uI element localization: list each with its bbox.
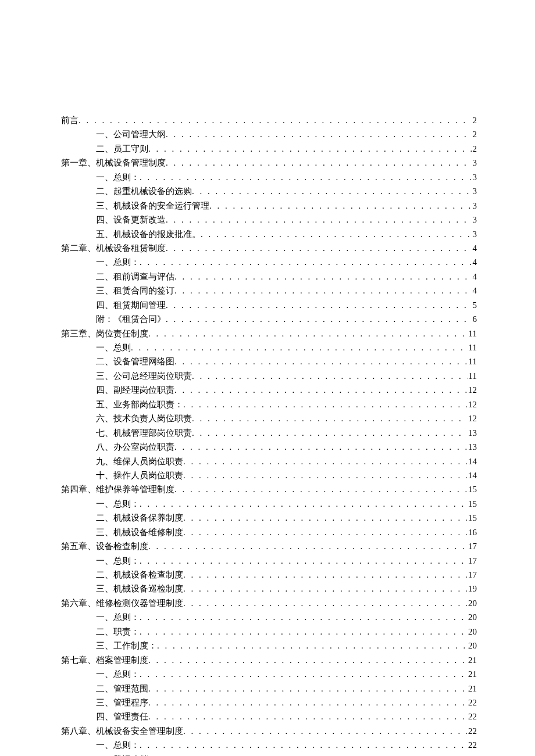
toc-entry-page: 3 bbox=[472, 170, 477, 184]
toc-leader-dots: . . . . . . . . . . . . . . . . . . . . … bbox=[140, 554, 467, 568]
toc-entry-label: 一、总则： bbox=[96, 255, 140, 269]
toc-entry-label: 第六章、维修检测仪器管理制度 bbox=[61, 596, 183, 610]
toc-entry-page: 11 bbox=[468, 341, 477, 354]
toc-leader-dots: . . . . . . . . . . . . . . . . . . . . … bbox=[140, 667, 467, 681]
table-of-contents: 前言 . . . . . . . . . . . . . . . . . . .… bbox=[61, 113, 477, 756]
toc-entry: 一、总则： . . . . . . . . . . . . . . . . . … bbox=[61, 255, 477, 269]
toc-entry: 四、副经理岗位职责 . . . . . . . . . . . . . . . … bbox=[61, 383, 477, 397]
toc-entry: 三、机械设备的安全运行管理 . . . . . . . . . . . . . … bbox=[61, 199, 477, 213]
toc-entry-page: 4 bbox=[472, 241, 477, 255]
toc-entry-label: 一、总则： bbox=[96, 667, 140, 681]
toc-entry-label: 四、设备更新改造 bbox=[96, 213, 166, 227]
toc-entry-page: 20 bbox=[467, 610, 477, 624]
toc-entry-label: 三、租赁合同的签订 bbox=[96, 284, 174, 298]
toc-entry-label: 二、管理范围 bbox=[96, 682, 148, 696]
toc-entry: 三、机械设备维修制度 . . . . . . . . . . . . . . .… bbox=[61, 525, 477, 539]
toc-entry-label: 一、总则： bbox=[96, 738, 140, 752]
toc-entry-page: 22 bbox=[467, 724, 477, 738]
toc-entry-page: 20 bbox=[467, 625, 477, 639]
toc-entry-page: 13 bbox=[467, 440, 477, 454]
toc-leader-dots: . . . . . . . . . . . . . . . . . . . . … bbox=[183, 596, 467, 610]
toc-entry: 二、起重机械设备的选购 . . . . . . . . . . . . . . … bbox=[61, 184, 477, 198]
toc-entry: 第五章、设备检查制度 . . . . . . . . . . . . . . .… bbox=[61, 539, 477, 553]
toc-entry-page: 3 bbox=[472, 227, 477, 241]
toc-entry: 二、设备管理网络图 . . . . . . . . . . . . . . . … bbox=[61, 354, 477, 368]
toc-entry: 二、职责： . . . . . . . . . . . . . . . . . … bbox=[61, 625, 477, 639]
toc-leader-dots: . . . . . . . . . . . . . . . . . . . . … bbox=[174, 270, 472, 284]
toc-entry: 一、总则 . . . . . . . . . . . . . . . . . .… bbox=[61, 341, 477, 354]
toc-entry: 三、机械设备巡检制度 . . . . . . . . . . . . . . .… bbox=[61, 582, 477, 596]
toc-entry-label: 第七章、档案管理制度 bbox=[61, 653, 148, 667]
toc-entry: 三、工作制度： . . . . . . . . . . . . . . . . … bbox=[61, 639, 477, 653]
toc-entry-label: 四、副经理岗位职责 bbox=[96, 383, 174, 397]
toc-entry-page: 19 bbox=[467, 582, 477, 596]
toc-entry-label: 三、机械设备巡检制度 bbox=[96, 582, 183, 596]
toc-leader-dots: . . . . . . . . . . . . . . . . . . . . … bbox=[183, 511, 467, 525]
toc-entry-label: 一、总则 bbox=[96, 341, 131, 354]
toc-entry-label: 一、总则： bbox=[96, 554, 140, 568]
toc-entry-page: 2 bbox=[472, 142, 477, 156]
toc-entry-label: 第三章、岗位责任制度 bbox=[61, 327, 148, 341]
toc-entry-label: 六、技术负责人岗位职责 bbox=[96, 411, 192, 425]
toc-entry-page: 20 bbox=[467, 639, 477, 653]
toc-entry-label: 第二章、机械设备租赁制度 bbox=[61, 241, 166, 255]
toc-entry: 前言 . . . . . . . . . . . . . . . . . . .… bbox=[61, 113, 477, 127]
toc-entry: 七、机械管理部岗位职责 . . . . . . . . . . . . . . … bbox=[61, 426, 477, 440]
toc-leader-dots: . . . . . . . . . . . . . . . . . . . . … bbox=[140, 610, 467, 624]
toc-entry: 十、操作人员岗位职责 . . . . . . . . . . . . . . .… bbox=[61, 468, 477, 482]
toc-leader-dots: . . . . . . . . . . . . . . . . . . . . … bbox=[79, 113, 472, 127]
toc-leader-dots: . . . . . . . . . . . . . . . . . . . . … bbox=[166, 213, 472, 227]
toc-entry: 二、管理范围 . . . . . . . . . . . . . . . . .… bbox=[61, 682, 477, 696]
toc-entry-page: 22 bbox=[467, 710, 477, 723]
toc-entry-page: 12 bbox=[467, 411, 477, 425]
toc-entry: 二、机械设备保养制度 . . . . . . . . . . . . . . .… bbox=[61, 511, 477, 525]
toc-leader-dots: . . . . . . . . . . . . . . . . . . . . … bbox=[166, 127, 472, 141]
toc-entry: 二、登记建档 . . . . . . . . . . . . . . . . .… bbox=[61, 753, 477, 756]
toc-leader-dots: . . . . . . . . . . . . . . . . . . . . … bbox=[148, 682, 467, 696]
toc-entry-label: 五、机械设备的报废批准。 bbox=[96, 227, 201, 241]
toc-entry-page: 22 bbox=[467, 696, 477, 710]
toc-leader-dots: . . . . . . . . . . . . . . . . . . . . … bbox=[183, 525, 467, 539]
toc-leader-dots: . . . . . . . . . . . . . . . . . . . . … bbox=[148, 539, 467, 553]
toc-leader-dots: . . . . . . . . . . . . . . . . . . . . … bbox=[131, 341, 468, 354]
toc-entry-page: 21 bbox=[467, 667, 477, 681]
toc-entry-page: 12 bbox=[467, 397, 477, 411]
toc-entry-label: 第一章、机械设备管理制度 bbox=[61, 156, 166, 170]
toc-entry-page: 4 bbox=[472, 255, 477, 269]
toc-leader-dots: . . . . . . . . . . . . . . . . . . . . … bbox=[148, 696, 467, 710]
toc-leader-dots: . . . . . . . . . . . . . . . . . . . . … bbox=[166, 156, 472, 170]
toc-leader-dots: . . . . . . . . . . . . . . . . . . . . … bbox=[192, 426, 467, 440]
toc-entry-label: 九、维保人员岗位职责 bbox=[96, 454, 183, 468]
toc-leader-dots: . . . . . . . . . . . . . . . . . . . . … bbox=[174, 354, 468, 368]
toc-leader-dots: . . . . . . . . . . . . . . . . . . . . … bbox=[174, 482, 467, 496]
toc-entry-page: 3 bbox=[472, 184, 477, 198]
toc-leader-dots: . . . . . . . . . . . . . . . . . . . . … bbox=[148, 753, 467, 756]
toc-entry-label: 二、租前调查与评估 bbox=[96, 270, 174, 284]
toc-entry: 第四章、维护保养等管理制度 . . . . . . . . . . . . . … bbox=[61, 482, 477, 496]
toc-entry-label: 四、管理责任 bbox=[96, 710, 148, 723]
toc-entry-page: 17 bbox=[467, 554, 477, 568]
toc-entry: 三、公司总经理岗位职责 . . . . . . . . . . . . . . … bbox=[61, 369, 477, 383]
toc-leader-dots: . . . . . . . . . . . . . . . . . . . . … bbox=[148, 710, 467, 723]
toc-entry-label: 二、员工守则 bbox=[96, 142, 148, 156]
toc-leader-dots: . . . . . . . . . . . . . . . . . . . . … bbox=[140, 625, 467, 639]
toc-entry-label: 一、总则： bbox=[96, 170, 140, 184]
toc-entry-page: 3 bbox=[472, 213, 477, 227]
toc-entry-label: 第四章、维护保养等管理制度 bbox=[61, 482, 174, 496]
toc-entry-page: 14 bbox=[467, 468, 477, 482]
toc-leader-dots: . . . . . . . . . . . . . . . . . . . . … bbox=[174, 383, 467, 397]
toc-entry: 五、机械设备的报废批准。 . . . . . . . . . . . . . .… bbox=[61, 227, 477, 241]
toc-entry-label: 三、工作制度： bbox=[96, 639, 157, 653]
toc-entry: 三、租赁合同的签订 . . . . . . . . . . . . . . . … bbox=[61, 284, 477, 298]
toc-entry-page: 21 bbox=[467, 682, 477, 696]
toc-leader-dots: . . . . . . . . . . . . . . . . . . . . … bbox=[174, 440, 467, 454]
toc-entry-page: 16 bbox=[467, 525, 477, 539]
toc-entry-page: 4 bbox=[472, 284, 477, 298]
toc-entry: 四、设备更新改造 . . . . . . . . . . . . . . . .… bbox=[61, 213, 477, 227]
toc-entry: 四、租赁期间管理 . . . . . . . . . . . . . . . .… bbox=[61, 298, 477, 312]
toc-leader-dots: . . . . . . . . . . . . . . . . . . . . … bbox=[183, 568, 467, 582]
toc-entry: 一、总则： . . . . . . . . . . . . . . . . . … bbox=[61, 497, 477, 511]
toc-entry: 第二章、机械设备租赁制度 . . . . . . . . . . . . . .… bbox=[61, 241, 477, 255]
toc-leader-dots: . . . . . . . . . . . . . . . . . . . . … bbox=[140, 738, 467, 752]
toc-entry-page: 21 bbox=[467, 653, 477, 667]
